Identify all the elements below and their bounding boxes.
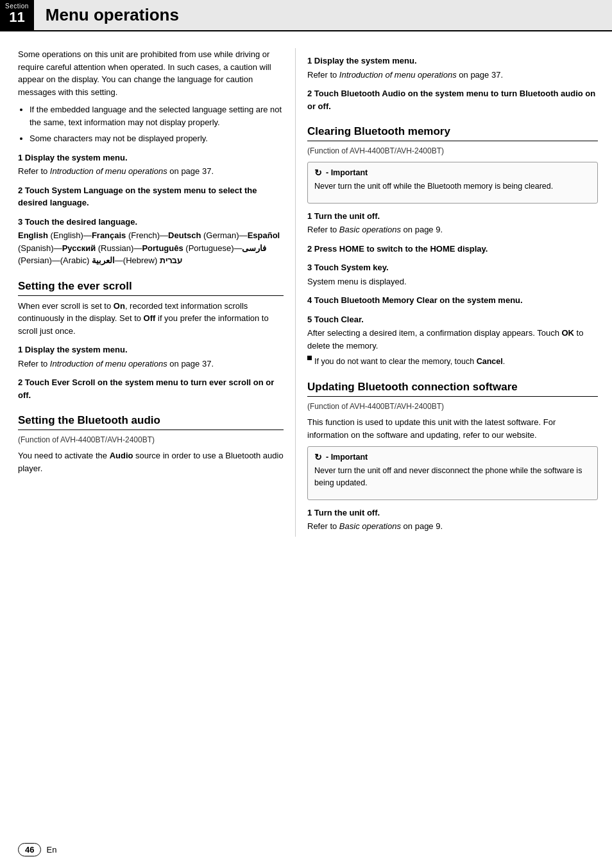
c-step1-prefix: Refer to [307,225,339,234]
c-note-text: If you do not want to clear the memory, … [314,356,505,368]
c-note-line: If you do not want to clear the memory, … [307,356,598,368]
es-step1-italic: Introduction of menu operations [50,359,167,369]
section-number: 11 [9,10,24,25]
c-step2-heading: 2 Press HOME to switch to the HOME displ… [307,243,598,256]
c-step4-heading: 4 Touch Bluetooth Memory Clear on the sy… [307,294,598,307]
es-step1-text: Refer to Introduction of menu operations… [18,358,284,370]
u-step1-suffix: on page 9. [401,521,443,531]
list-item: Some characters may not be displayed pro… [30,132,284,145]
es-step1-heading: 1 Display the system menu. [18,343,284,356]
important-text-1: Never turn the unit off while the Blueto… [314,180,591,193]
r-step1-suffix: on page 37. [457,70,503,80]
lang-russian: Русский [62,243,96,253]
page: Section 11 Menu operations Some operatio… [0,0,612,868]
page-footer: 46 En [0,843,612,856]
r-step1-text: Refer to Introduction of menu operations… [307,69,598,82]
c-step3-heading: 3 Touch System key. [307,261,598,274]
c-step1-italic: Basic operations [339,225,401,234]
c-step3-text: System menu is displayed. [307,275,598,288]
intro-paragraph: Some operations on this unit are prohibi… [18,48,284,98]
updating-sub: (Function of AVH-4400BT/AVH-2400BT) [307,401,598,412]
r-step1-prefix: Refer to [307,70,339,80]
step1-text: Refer to Introduction of menu operations… [18,165,284,178]
bt-audio-sub: (Function of AVH-4400BT/AVH-2400BT) [18,434,284,446]
important-box-2: ↻ - Important Never turn the unit off an… [307,446,598,500]
clearing-sub: (Function of AVH-4400BT/AVH-2400BT) [307,145,598,157]
bt-audio-prefix: You need to activate the [18,451,110,460]
section-box: Section 11 [0,0,34,30]
lang-portuguese: Português [142,243,183,253]
u-step1-heading: 1 Turn the unit off. [307,507,598,519]
page-number: 46 [18,843,41,856]
page-content: Some operations on this unit are prohibi… [0,42,612,550]
header-title-area: Menu operations [34,0,612,30]
clearing-heading: Clearing Bluetooth memory [307,125,598,141]
important-icon-1: ↻ [314,168,322,178]
lang-french: Français [92,230,126,240]
right-column: 1 Display the system menu. Refer to Intr… [295,48,612,537]
important-title-2: ↻ - Important [314,452,591,462]
off-text: Off [144,313,156,323]
important-title-1: ↻ - Important [314,168,591,178]
step2-heading: 2 Touch System Language on the system me… [18,184,284,209]
bt-audio-bold: Audio [110,451,133,460]
ever-scroll-heading: Setting the ever scroll [18,280,284,296]
u-step1-prefix: Refer to [307,521,339,531]
important-box-1: ↻ - Important Never turn the unit off wh… [307,162,598,204]
lang-english: English [18,230,48,240]
u-step1-italic: Basic operations [339,521,401,531]
es-step1-prefix: Refer to [18,359,50,369]
important-label-1: - Important [326,168,368,177]
on-text: On [114,301,125,311]
step1-text-prefix: Refer to [18,166,50,176]
lang-persian: فارسی [242,243,266,253]
step3-heading: 3 Touch the desired language. [18,216,284,229]
important-text-2: Never turn the unit off and never discon… [314,465,591,489]
important-label-2: - Important [326,453,368,462]
step1-italic: Introduction of menu operations [50,166,167,176]
c-step5-bold: OK [561,328,574,338]
c-step5-heading: 5 Touch Clear. [307,313,598,326]
step1-text-suffix: on page 37. [167,166,214,176]
u-step1-text: Refer to Basic operations on page 9. [307,520,598,533]
bt-audio-intro: You need to activate the Audio source in… [18,449,284,474]
r-step2-heading: 2 Touch Bluetooth Audio on the system me… [307,87,598,112]
square-bullet-icon [307,356,312,360]
list-item: If the embedded language and the selecte… [30,103,284,128]
updating-heading: Updating Bluetooth connection software [307,381,598,397]
bt-audio-heading: Setting the Bluetooth audio [18,414,284,430]
es-step2-heading: 2 Touch Ever Scroll on the system menu t… [18,376,284,401]
c-step5-text: After selecting a desired item, a confir… [307,327,598,352]
important-icon-2: ↻ [314,452,322,462]
page-header: Section 11 Menu operations [0,0,612,31]
languages-text: English (English)—Français (French)—Deut… [18,229,284,267]
c-step1-text: Refer to Basic operations on page 9. [307,223,598,236]
lang-hebrew: עברית [160,256,182,265]
r-step1-italic: Introduction of menu operations [339,70,457,80]
left-column: Some operations on this unit are prohibi… [0,48,295,537]
lang-german: Deutsch [168,230,201,240]
bullet-list: If the embedded language and the selecte… [27,103,284,145]
c-note-bold: Cancel [477,357,503,366]
c-step1-heading: 1 Turn the unit off. [307,210,598,223]
footer-lang: En [46,845,56,855]
r-step1-heading: 1 Display the system menu. [307,55,598,67]
c-step5-prefix: After selecting a desired item, a confir… [307,328,561,338]
lang-arabic: العربية [92,256,115,265]
es-step1-suffix: on page 37. [167,359,214,369]
c-step1-suffix: on page 9. [401,225,443,234]
ever-scroll-intro: When ever scroll is set to On, recorded … [18,300,284,338]
page-title: Menu operations [46,5,179,25]
updating-text: This function is used to update this uni… [307,416,598,441]
step1-heading: 1 Display the system menu. [18,152,284,164]
lang-spanish: Español [248,230,280,240]
